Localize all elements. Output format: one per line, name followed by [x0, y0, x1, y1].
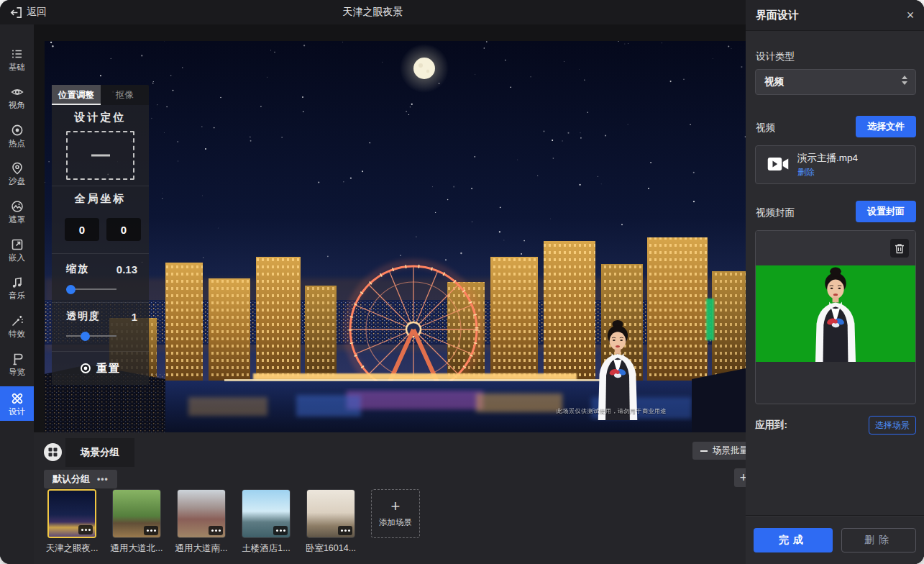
scene-thumb[interactable]	[242, 489, 291, 538]
scene-item: 通用大道南...	[177, 489, 226, 555]
select-spinner-icon	[902, 76, 907, 85]
sidebar-item-sandbox[interactable]: 沙盘	[0, 158, 34, 189]
scene-more-icon[interactable]	[78, 525, 93, 535]
scene-thumb[interactable]	[112, 489, 161, 538]
grid-icon	[48, 447, 58, 457]
tour-flag-icon	[11, 352, 24, 365]
panorama-canvas[interactable]: 此场景仅供测试使用，请勿用于商业用途 位置调整 抠像 设计定位 全局坐标 缩放 …	[45, 41, 746, 432]
cover-green-screen-image	[756, 265, 915, 362]
plus-icon: +	[391, 499, 401, 514]
scale-label: 缩放	[66, 263, 89, 276]
interface-design-panel: 界面设计 × 设计类型 视频 视频 选择文件 演示主播.mp4 删除 视频封面 …	[746, 0, 924, 564]
set-cover-button[interactable]: 设置封面	[856, 201, 916, 222]
video-file-delete-link[interactable]: 删除	[797, 166, 815, 178]
group-more-icon[interactable]: •••	[97, 474, 109, 484]
scene-item: 土楼酒店1...	[242, 489, 291, 555]
design-locate-title: 设计定位	[52, 111, 149, 124]
scene-thumb[interactable]	[306, 489, 355, 538]
trash-icon	[895, 243, 905, 254]
scene-item: 天津之眼夜...	[47, 489, 96, 555]
eye-icon	[11, 86, 24, 99]
sidebar-item-mask[interactable]: 遮罩	[0, 196, 34, 227]
map-pin-icon	[11, 162, 24, 175]
tool-sidebar: 基础 视角 热点 沙盘 遮罩	[0, 24, 34, 564]
position-adjust-panel: 位置调整 抠像 设计定位 全局坐标 缩放 0.13 透明度 1	[52, 85, 149, 385]
dash-icon	[700, 447, 708, 455]
tab-matting[interactable]: 抠像	[101, 85, 150, 105]
reset-icon	[80, 363, 91, 374]
scale-value: 0.13	[116, 263, 137, 276]
sidebar-item-effects[interactable]: 特效	[0, 310, 34, 342]
scene-more-icon[interactable]	[338, 526, 352, 535]
divider	[52, 351, 149, 352]
top-bar: 返回 天津之眼夜景	[0, 0, 746, 24]
locate-center-handle[interactable]	[91, 155, 110, 157]
opacity-slider-handle[interactable]	[81, 332, 90, 341]
done-button[interactable]: 完成	[754, 528, 833, 552]
virtual-presenter-avatar[interactable]	[584, 319, 651, 420]
sidebar-item-basic[interactable]: 基础	[0, 43, 34, 75]
opacity-label: 透明度	[66, 310, 101, 323]
reset-button[interactable]: 重置	[52, 356, 149, 381]
video-label: 视频	[756, 122, 775, 135]
list-icon	[11, 47, 24, 60]
delete-cover-button[interactable]	[890, 239, 909, 258]
tab-scene-groups[interactable]: 场景分组	[65, 438, 134, 467]
video-camera-icon	[767, 155, 789, 173]
sidebar-item-music[interactable]: 音乐	[0, 272, 34, 304]
divider	[52, 186, 149, 186]
scale-slider[interactable]	[66, 284, 135, 294]
choose-scene-button[interactable]: 选择场景	[869, 416, 916, 435]
magic-wand-icon	[11, 314, 24, 327]
cover-top-strip	[756, 231, 915, 265]
scene-item-add: + 添加场景	[371, 489, 420, 555]
sidebar-item-embed[interactable]: 嵌入	[0, 234, 34, 265]
sidebar-item-design[interactable]: 设计	[0, 386, 34, 421]
back-button[interactable]: 返回	[10, 6, 47, 19]
delete-button[interactable]: 删除	[841, 528, 916, 552]
scene-thumb-selected[interactable]	[47, 489, 96, 538]
close-icon[interactable]: ×	[901, 6, 920, 24]
back-exit-icon	[10, 6, 22, 19]
sidebar-item-tour[interactable]: 导览	[0, 348, 34, 380]
global-coords-label: 全局坐标	[52, 192, 149, 206]
cover-preview-card	[755, 230, 916, 404]
opacity-slider[interactable]	[66, 331, 135, 341]
hotspot-icon	[11, 124, 24, 137]
scene-thumbnails: 天津之眼夜... 通用大道北... 通用大道南...	[47, 489, 420, 555]
cover-presenter-avatar	[800, 265, 871, 362]
embed-icon	[11, 238, 24, 251]
design-locate-widget[interactable]	[66, 131, 134, 180]
scene-more-icon[interactable]	[144, 526, 158, 535]
design-type-select[interactable]: 视频	[755, 69, 916, 95]
scene-more-icon[interactable]	[209, 526, 223, 535]
video-file-name: 演示主播.mp4	[797, 152, 858, 165]
scene-thumb[interactable]	[177, 489, 226, 538]
panel-title: 界面设计	[756, 9, 799, 22]
opacity-value: 1	[132, 311, 137, 323]
sidebar-item-view[interactable]: 视角	[0, 81, 34, 113]
design-type-label: 设计类型	[756, 50, 795, 63]
sidebar-item-hotspot[interactable]: 热点	[0, 119, 34, 151]
app-window: 此场景仅供测试使用，请勿用于商业用途 位置调整 抠像 设计定位 全局坐标 缩放 …	[0, 0, 924, 564]
coord-x-input[interactable]	[65, 218, 99, 241]
panel-header: 界面设计 ×	[746, 0, 924, 31]
music-icon	[11, 276, 24, 289]
divider	[52, 302, 149, 303]
coord-y-input[interactable]	[106, 218, 141, 241]
divider	[746, 515, 924, 516]
mask-icon	[11, 200, 24, 213]
scale-slider-handle[interactable]	[66, 285, 76, 294]
scene-more-icon[interactable]	[273, 526, 288, 535]
choose-file-button[interactable]: 选择文件	[856, 116, 916, 137]
apply-to-label: 应用到:	[755, 419, 787, 432]
video-file-card: 演示主播.mp4 删除	[755, 145, 916, 184]
watermark-text: 此场景仅供测试使用，请勿用于商业用途	[557, 407, 693, 415]
tab-position-adjust[interactable]: 位置调整	[52, 85, 101, 105]
cover-label: 视频封面	[756, 206, 795, 219]
add-scene-button[interactable]: + 添加场景	[371, 489, 420, 538]
scene-grid-toggle[interactable]	[44, 443, 62, 461]
scene-item: 卧室16014...	[306, 489, 355, 555]
design-icon	[11, 392, 24, 405]
group-default[interactable]: 默认分组 •••	[44, 470, 117, 488]
